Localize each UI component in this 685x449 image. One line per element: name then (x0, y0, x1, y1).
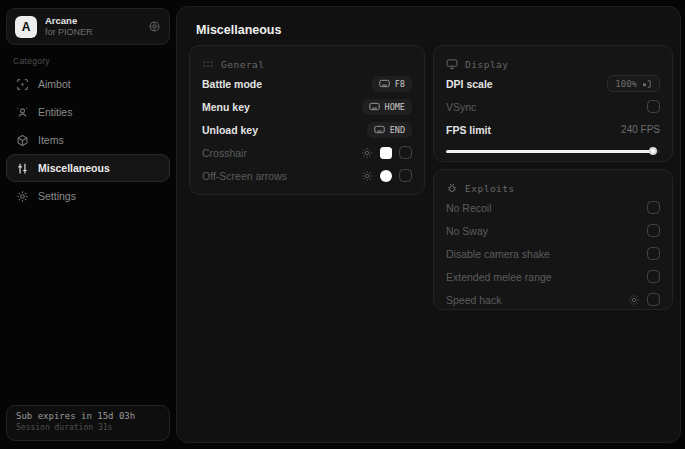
fps-slider-fill (446, 150, 654, 153)
sidebar-item-items[interactable]: Items (6, 126, 170, 154)
subscription-info-card: Sub expires in 15d 03h Session duration … (6, 405, 170, 441)
app-logo: A (15, 16, 37, 38)
page-title: Miscellaneous (196, 23, 281, 37)
stepper-icon (642, 79, 652, 89)
sidebar-item-label: Settings (38, 190, 76, 202)
gear-icon (15, 190, 29, 203)
general-card-title: General (221, 59, 265, 70)
monitor-icon (446, 58, 458, 70)
speed-hack-checkbox[interactable] (647, 293, 660, 306)
no-recoil-row: No Recoil (446, 196, 660, 219)
general-card: General Battle mode F8 Menu key (189, 45, 425, 195)
exploits-card-title: Exploits (465, 183, 515, 194)
sub-expires-text: Sub expires in 15d 03h (16, 411, 160, 421)
extended-melee-range-row: Extended melee range (446, 265, 660, 288)
sidebar-item-label: Items (38, 134, 64, 146)
exploits-card: Exploits No Recoil No Sway Disable camer… (433, 169, 673, 310)
offscreen-arrows-row: Off-Screen arrows (202, 164, 412, 187)
app-header-card: A Arcane for PIONER (6, 8, 170, 45)
no-sway-row: No Sway (446, 219, 660, 242)
app-name: Arcane (45, 15, 140, 27)
vsync-row: VSync (446, 95, 660, 118)
sidebar-item-entities[interactable]: Entities (6, 98, 170, 126)
sidebar-item-aimbot[interactable]: Aimbot (6, 70, 170, 98)
fps-limit-value: 240 FPS (621, 124, 660, 135)
vsync-label: VSync (446, 101, 476, 113)
disable-camera-shake-checkbox[interactable] (647, 247, 660, 260)
crosshair-checkbox[interactable] (399, 146, 412, 159)
bug-icon (446, 182, 458, 194)
keyboard-icon (374, 125, 385, 134)
sidebar-nav: Aimbot Entities Items (6, 70, 170, 210)
crosshair-label: Crosshair (202, 147, 247, 159)
offscreen-arrows-label: Off-Screen arrows (202, 170, 287, 182)
battle-mode-row: Battle mode F8 (202, 72, 412, 95)
battle-mode-label: Battle mode (202, 78, 262, 90)
account-settings-icon[interactable] (148, 20, 161, 33)
no-recoil-checkbox[interactable] (647, 201, 660, 214)
app-subtitle: for PIONER (45, 27, 140, 38)
offscreen-arrows-color-swatch[interactable] (380, 170, 392, 182)
session-duration-text: Session duration 31s (16, 423, 160, 432)
battle-mode-keybind[interactable]: F8 (372, 76, 412, 92)
disable-camera-shake-label: Disable camera shake (446, 248, 550, 260)
crosshair-settings-icon[interactable] (361, 147, 373, 159)
speed-hack-settings-icon[interactable] (628, 294, 640, 306)
no-sway-label: No Sway (446, 225, 488, 237)
speed-hack-row: Speed hack (446, 288, 660, 311)
fps-slider-thumb[interactable] (649, 147, 657, 155)
unload-key-row: Unload key END (202, 118, 412, 141)
fps-limit-row: FPS limit 240 FPS (446, 118, 660, 141)
menu-key-label: Menu key (202, 101, 250, 113)
disable-camera-shake-row: Disable camera shake (446, 242, 660, 265)
category-label: Category (13, 56, 50, 66)
crosshair-row: Crosshair (202, 141, 412, 164)
unload-key-label: Unload key (202, 124, 258, 136)
keyboard-icon (379, 79, 390, 88)
grid-dots-icon (202, 58, 214, 70)
aimbot-scan-icon (15, 78, 29, 91)
vsync-checkbox[interactable] (647, 100, 660, 113)
menu-key-keybind[interactable]: HOME (362, 99, 412, 115)
sidebar-item-settings[interactable]: Settings (6, 182, 170, 210)
speed-hack-label: Speed hack (446, 294, 501, 306)
crosshair-color-swatch[interactable] (380, 147, 392, 159)
display-card-title: Display (465, 59, 509, 70)
main-panel: Miscellaneous General Battle mode F8 (176, 6, 681, 443)
offscreen-arrows-checkbox[interactable] (399, 169, 412, 182)
offscreen-arrows-settings-icon[interactable] (361, 170, 373, 182)
dpi-scale-row: DPI scale 100% (446, 72, 660, 95)
entities-icon (15, 106, 29, 119)
sliders-icon (15, 162, 29, 175)
no-recoil-label: No Recoil (446, 202, 492, 214)
extended-melee-range-label: Extended melee range (446, 271, 552, 283)
sidebar-item-miscellaneous[interactable]: Miscellaneous (6, 154, 170, 182)
fps-limit-slider[interactable] (446, 147, 660, 155)
extended-melee-range-checkbox[interactable] (647, 270, 660, 283)
sidebar-item-label: Entities (38, 106, 72, 118)
sidebar-item-label: Miscellaneous (38, 162, 110, 174)
menu-key-row: Menu key HOME (202, 95, 412, 118)
display-card: Display DPI scale 100% VSync FPS limit 2… (433, 45, 673, 162)
items-box-icon (15, 134, 29, 147)
unload-key-keybind[interactable]: END (367, 122, 412, 138)
dpi-scale-label: DPI scale (446, 78, 493, 90)
fps-limit-label: FPS limit (446, 124, 491, 136)
keyboard-icon (369, 102, 380, 111)
no-sway-checkbox[interactable] (647, 224, 660, 237)
sidebar-item-label: Aimbot (38, 78, 71, 90)
dpi-scale-select[interactable]: 100% (607, 75, 660, 92)
sidebar: A Arcane for PIONER Category Aimbot (0, 0, 176, 449)
